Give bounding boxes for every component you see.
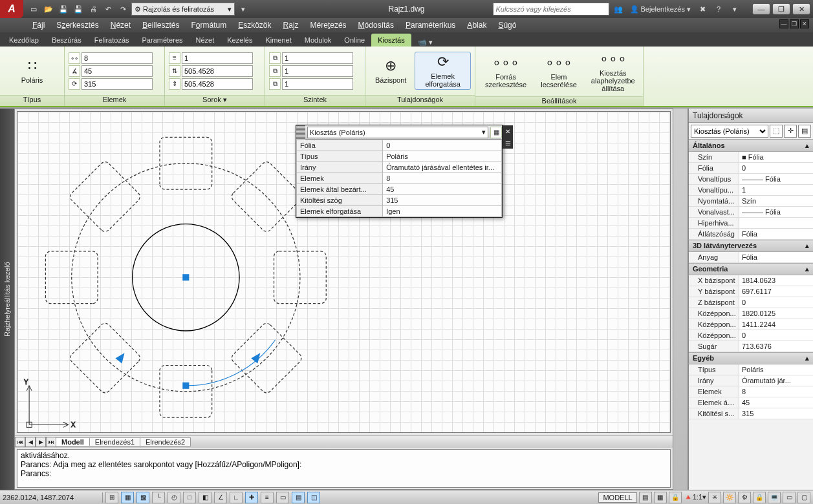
- prop-val[interactable]: 0: [739, 330, 813, 341]
- maximize-button[interactable]: ❐: [772, 3, 790, 15]
- ribbon-tab-beszúrás[interactable]: Beszúrás: [45, 34, 88, 47]
- sb-hw-icon[interactable]: 💻: [768, 492, 781, 503]
- menu-view[interactable]: Nézet: [111, 21, 131, 30]
- prop-val[interactable]: 45: [739, 397, 813, 408]
- qp-close-icon[interactable]: ✕: [505, 128, 510, 135]
- prop-val[interactable]: 1820.0125: [739, 308, 813, 319]
- qp-expand-icon[interactable]: ☰: [505, 140, 511, 147]
- prop-val[interactable]: ■ Fólia: [739, 152, 813, 162]
- qat-new-icon[interactable]: ▭: [27, 3, 40, 16]
- prop-val[interactable]: 697.6117: [739, 286, 813, 297]
- prop-val[interactable]: Szín: [739, 196, 813, 206]
- prop-val[interactable]: ——— Fólia: [739, 207, 813, 217]
- sb-clean-icon[interactable]: ▢: [797, 492, 810, 503]
- prop-val[interactable]: 1411.2244: [739, 319, 813, 330]
- items-count-input[interactable]: [81, 52, 153, 64]
- qp-selection-combo[interactable]: Kiosztás (Poláris)▾: [307, 127, 488, 138]
- menu-insert[interactable]: Beillesztés: [142, 21, 179, 30]
- sb-polar-icon[interactable]: ◴: [168, 492, 180, 503]
- qat-save-icon[interactable]: 💾: [57, 3, 70, 16]
- ribbon-tab-paraméteres[interactable]: Paraméteres: [136, 34, 190, 47]
- sb-ws-icon[interactable]: ⚙: [738, 492, 751, 503]
- replace-item-button[interactable]: ∘∘∘Elem lecserélése: [535, 52, 583, 90]
- model-space-button[interactable]: MODELL: [598, 492, 636, 503]
- sb-3dosnap-icon[interactable]: ◧: [199, 492, 211, 503]
- qp-options-icon[interactable]: ▦: [490, 127, 502, 138]
- mdi-close-icon[interactable]: ✕: [800, 19, 809, 28]
- ribbon-tab-kiosztás[interactable]: Kiosztás: [371, 34, 411, 47]
- ribbon-tab-nézet[interactable]: Nézet: [190, 34, 221, 47]
- prop-val[interactable]: 0: [739, 163, 813, 173]
- sb-av1-icon[interactable]: ✳: [708, 492, 721, 503]
- qat-undo-icon[interactable]: ↶: [102, 3, 114, 16]
- sb-layout-icon[interactable]: ▤: [639, 492, 652, 503]
- search-input[interactable]: [493, 3, 609, 16]
- menu-edit[interactable]: Szerkesztés: [56, 21, 98, 30]
- drawing-canvas[interactable]: XY Kiosztás (Poláris)▾ ▦ ✕☰ Fólia0TípusP…: [17, 111, 671, 433]
- sb-lwt-icon[interactable]: ≡: [261, 492, 274, 503]
- mdi-min-icon[interactable]: —: [779, 19, 788, 28]
- prop-val[interactable]: 713.6376: [739, 341, 813, 352]
- prop-pick-icon[interactable]: ✛: [784, 125, 797, 138]
- help-dropdown[interactable]: ▾: [728, 3, 742, 16]
- menu-tools[interactable]: Eszközök: [238, 21, 271, 30]
- sb-osnap-icon[interactable]: □: [183, 492, 196, 503]
- levels-count-input[interactable]: [282, 52, 353, 64]
- prop-val[interactable]: Óramutató jár...: [739, 375, 813, 386]
- properties-selection-combo[interactable]: Kiosztás (Poláris): [691, 125, 768, 138]
- qat-saveas-icon[interactable]: 💾: [72, 3, 85, 16]
- ribbon-tab-feliratozás[interactable]: Feliratozás: [88, 34, 136, 47]
- prop-qselect-icon[interactable]: ⬚: [770, 125, 783, 138]
- ribbon-tab-online[interactable]: Online: [338, 34, 371, 47]
- sb-snap-icon[interactable]: ▦: [121, 492, 134, 503]
- items-fill-input[interactable]: [81, 78, 153, 90]
- rows-count-input[interactable]: [182, 52, 253, 64]
- sb-sc-icon[interactable]: ◫: [307, 492, 320, 503]
- right-scroll-rail[interactable]: [673, 109, 688, 490]
- app-logo[interactable]: A: [0, 0, 23, 18]
- menu-file[interactable]: Fájl: [32, 21, 45, 30]
- qp-val[interactable]: 0: [383, 140, 502, 151]
- prop-toggle-icon[interactable]: ▤: [798, 125, 811, 138]
- menu-parametric[interactable]: Paraméterikus: [406, 21, 455, 30]
- rows-between-input[interactable]: [182, 65, 253, 77]
- signin-link[interactable]: 👤 Bejelentkezés ▾: [627, 5, 694, 14]
- levels-between-input[interactable]: [282, 65, 353, 77]
- rows-total-input[interactable]: [182, 78, 253, 90]
- sb-dynin-icon[interactable]: ✚: [245, 492, 258, 503]
- menu-help[interactable]: Súgó: [498, 21, 516, 30]
- items-angle-input[interactable]: [81, 65, 153, 77]
- prop-val[interactable]: 315: [739, 408, 813, 419]
- sb-tpy-icon[interactable]: ▭: [276, 492, 289, 503]
- prop-group-header[interactable]: Általános▴: [689, 140, 813, 152]
- layout-prev-icon[interactable]: ◀: [25, 437, 36, 447]
- layout-first-icon[interactable]: ⏮: [15, 437, 25, 447]
- qat-print-icon[interactable]: 🖨: [87, 3, 100, 16]
- qp-val[interactable]: 315: [383, 195, 502, 206]
- sb-qp-icon[interactable]: ▤: [292, 492, 305, 503]
- layout-tab[interactable]: Elrendezés1: [89, 437, 140, 446]
- prop-val[interactable]: 1: [739, 185, 813, 195]
- prop-val[interactable]: 1814.0623: [739, 275, 813, 286]
- prop-group-header[interactable]: Geometria▴: [689, 263, 813, 275]
- edit-source-button[interactable]: ∘∘∘Forrás szerkesztése: [479, 52, 532, 90]
- ribbon-tab-modulok[interactable]: Modulok: [298, 34, 338, 47]
- layout-next-icon[interactable]: ▶: [36, 437, 46, 447]
- layout-tab[interactable]: Elrendezés2: [140, 437, 191, 446]
- ribbon-tab-kezdőlap[interactable]: Kezdőlap: [3, 34, 45, 47]
- close-button[interactable]: ✕: [792, 3, 810, 15]
- prop-val[interactable]: ——— Fólia: [739, 174, 813, 184]
- infocenter-icon[interactable]: 👥: [611, 3, 625, 16]
- sb-otrack-icon[interactable]: ∠: [214, 492, 227, 503]
- layout-tab[interactable]: Modell: [56, 437, 90, 446]
- sb-av2-icon[interactable]: 🔆: [723, 492, 736, 503]
- prop-val[interactable]: 0: [739, 297, 813, 308]
- workspace-combo[interactable]: ⚙ Rajzolás és feliratozás▾: [131, 3, 235, 16]
- qat-redo-icon[interactable]: ↷: [116, 3, 129, 16]
- menu-modify[interactable]: Módosítás: [358, 21, 394, 30]
- prop-val[interactable]: [739, 218, 813, 228]
- levels-total-input[interactable]: [282, 78, 353, 90]
- layout-last-icon[interactable]: ⏭: [46, 437, 56, 447]
- qp-val[interactable]: 45: [383, 184, 502, 195]
- prop-val[interactable]: Fólia: [739, 252, 813, 262]
